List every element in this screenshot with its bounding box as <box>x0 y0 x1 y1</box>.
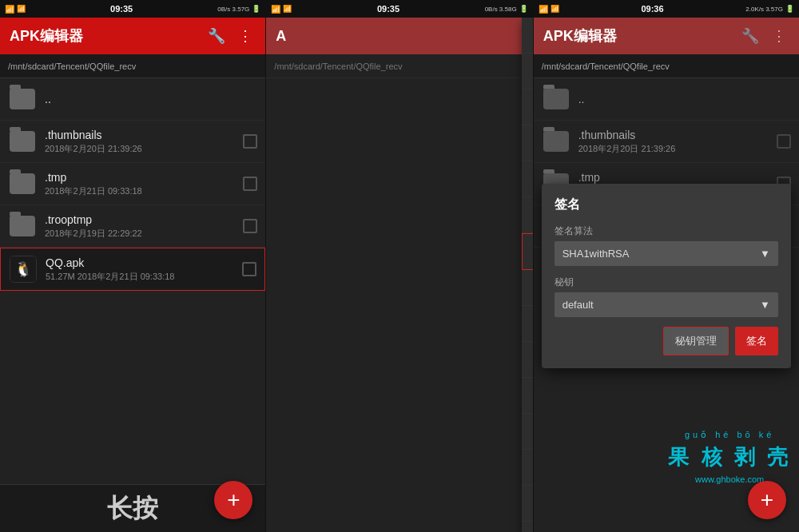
panel-left: 📶 📶 09:35 0B/s 3.57G 🔋 APK编辑器 🔧 ⋮ /mnt/s… <box>0 0 265 532</box>
file-checkbox-qqapk[interactable] <box>242 262 256 276</box>
wrench-icon-right[interactable]: 🔧 <box>738 24 762 48</box>
data-speed-right: 2.0K/s 3.57G <box>745 6 783 13</box>
dialog-actions: 秘钥管理 签名 <box>555 327 778 355</box>
more-icon-left[interactable]: ⋮ <box>235 24 256 48</box>
folder-icon-thumbnails <box>8 127 37 156</box>
fab-right[interactable]: + <box>748 481 786 519</box>
wrench-icon-left[interactable]: 🔧 <box>205 24 229 48</box>
signal-icon-left: 📶 <box>5 5 14 14</box>
file-item-trooptmp[interactable]: .trooptmp 2018年2月19日 22:29:22 <box>0 205 265 248</box>
file-item-qqapk[interactable]: 🐧 QQ.apk 51.27M 2018年2月21日 09:33:18 <box>0 248 265 291</box>
file-item-right-parent[interactable]: .. <box>534 78 799 121</box>
app-title-right: APK编辑器 <box>543 26 732 46</box>
clock-right: 09:36 <box>641 4 663 14</box>
status-right-left: 0B/s 3.57G 🔋 <box>217 5 260 13</box>
dialog-key-select[interactable]: default ▼ <box>555 292 778 317</box>
file-checkbox-trooptmp[interactable] <box>243 219 257 233</box>
menu-move[interactable]: 移动到 <box>522 125 532 161</box>
file-name-thumbnails: .thumbnails <box>45 129 243 141</box>
file-name-right-tmp: .tmp <box>578 171 777 184</box>
status-bar-middle: 📶 📶 09:35 0B/s 3.58G 🔋 <box>266 0 532 18</box>
menu-apk-coexist[interactable]: apk共存 <box>522 342 532 378</box>
data-speed-middle: 0B/s 3.58G <box>485 6 517 13</box>
long-press-text: 长按 <box>107 491 158 526</box>
file-name-qqapk: QQ.apk <box>46 256 242 269</box>
status-right-middle: 0B/s 3.58G 🔋 <box>485 5 528 13</box>
file-meta-right-thumbnails: 2018年2月20日 21:39:26 <box>578 143 777 155</box>
fab-left[interactable]: + <box>214 481 252 519</box>
dialog-title: 签名 <box>555 197 778 213</box>
file-name-parent: .. <box>45 93 257 105</box>
file-list-left[interactable]: .. .thumbnails 2018年2月20日 21:39:26 .tmp … <box>0 78 265 484</box>
key-management-button[interactable]: 秘钥管理 <box>663 327 729 355</box>
battery-left: 🔋 <box>252 5 260 13</box>
menu-extract-to[interactable]: 解压到... <box>522 522 532 532</box>
file-item-thumbnails[interactable]: .thumbnails 2018年2月20日 21:39:26 <box>0 121 265 163</box>
file-item-right-thumbnails[interactable]: .thumbnails 2018年2月20日 21:39:26 <box>534 121 799 163</box>
chevron-down-icon-algorithm: ▼ <box>760 248 770 260</box>
file-item-parent[interactable]: .. <box>0 78 265 121</box>
dialog-algorithm-select[interactable]: SHA1withRSA ▼ <box>555 241 778 266</box>
status-bar-left: 📶 📶 09:35 0B/s 3.57G 🔋 <box>0 0 265 18</box>
toolbar-left: APK编辑器 🔧 ⋮ <box>0 18 265 54</box>
file-item-tmp[interactable]: .tmp 2018年2月21日 09:33:18 <box>0 163 265 205</box>
apk-icon-qq: 🐧 <box>9 255 38 284</box>
toolbar-right: APK编辑器 🔧 ⋮ <box>534 18 799 54</box>
signal-icon-right: 📶 <box>539 5 548 14</box>
watermark-pinyin: guǒ hé bō ké <box>668 430 791 440</box>
more-icon-right[interactable]: ⋮ <box>769 24 789 48</box>
file-meta-trooptmp: 2018年2月19日 22:29:22 <box>45 228 243 240</box>
menu-permissions[interactable]: 权限 <box>522 270 532 306</box>
menu-res-obfuscate[interactable]: res资源混淆 <box>522 378 532 414</box>
menu-install[interactable]: 安装 <box>522 197 532 233</box>
file-meta-tmp: 2018年2月21日 09:33:18 <box>45 185 243 197</box>
menu-rename[interactable]: 重命名 <box>522 89 532 125</box>
sign-dialog: 签名 签名算法 SHA1withRSA ▼ 秘钥 default ▼ 秘钥管理 … <box>542 184 791 368</box>
menu-properties[interactable]: 属性 <box>522 414 532 450</box>
watermark: guǒ hé bō ké 果 核 剥 壳 www.ghboke.com <box>668 430 791 484</box>
menu-sign[interactable]: 签名 <box>522 233 532 270</box>
file-checkbox-thumbnails[interactable] <box>243 134 257 149</box>
dialog-key-value: default <box>562 299 594 311</box>
status-left-middle: 📶 📶 <box>271 5 292 14</box>
folder-icon-right-thumbnails <box>542 127 570 156</box>
signal-icon-right2: 📶 <box>551 5 559 13</box>
chevron-down-icon-key: ▼ <box>760 299 770 311</box>
panel-middle: 📶 📶 09:35 0B/s 3.58G 🔋 A /mnt/sdcard/Ten… <box>266 0 532 532</box>
menu-delete[interactable]: 删除 <box>522 54 532 89</box>
dialog-key-label: 秘钥 <box>555 276 778 289</box>
clock-middle: 09:35 <box>377 4 400 14</box>
watermark-chinese: 果 核 剥 壳 <box>668 443 791 471</box>
signal-icon-middle2: 📶 <box>283 5 292 13</box>
middle-bg: /mnt/sdcard/Tencent/QQfile_recv <box>266 54 532 532</box>
breadcrumb-right: /mnt/sdcard/Tencent/QQfile_recv <box>534 54 799 78</box>
dialog-algorithm-label: 签名算法 <box>555 224 778 238</box>
file-name-trooptmp: .trooptmp <box>45 213 243 226</box>
panel-right: 📶 📶 09:36 2.0K/s 3.57G 🔋 APK编辑器 🔧 ⋮ /mnt… <box>534 0 799 532</box>
menu-zip-align[interactable]: zip字节对齐 <box>522 306 532 342</box>
context-menu: 压缩 删除 重命名 移动到 复制到 安装 签名 权限 zip字节对齐 apk共存… <box>522 18 532 532</box>
file-checkbox-tmp[interactable] <box>243 177 257 191</box>
status-left-right: 📶 📶 <box>539 5 559 14</box>
file-meta-qqapk: 51.27M 2018年2月21日 09:33:18 <box>46 271 242 283</box>
app-title-middle: A <box>276 28 523 45</box>
folder-icon-right-parent <box>542 85 570 113</box>
breadcrumb-left: /mnt/sdcard/Tencent/QQfile_recv <box>0 54 265 78</box>
menu-compress[interactable]: 压缩 <box>522 18 532 54</box>
status-right-right: 2.0K/s 3.57G 🔋 <box>745 5 794 13</box>
clock-left: 09:35 <box>110 4 133 14</box>
sign-button[interactable]: 签名 <box>735 327 778 355</box>
file-checkbox-right-thumbnails[interactable] <box>777 134 791 149</box>
status-left-left: 📶 📶 <box>5 5 26 14</box>
file-name-tmp: .tmp <box>45 171 243 184</box>
file-meta-thumbnails: 2018年2月20日 21:39:26 <box>45 143 243 155</box>
signal-icon-left2: 📶 <box>17 5 26 13</box>
toolbar-middle: A <box>266 18 532 54</box>
menu-copy[interactable]: 复制到 <box>522 161 532 197</box>
file-name-right-thumbnails: .thumbnails <box>578 129 777 141</box>
menu-decompile-dex[interactable]: 反编译Dex <box>522 450 532 486</box>
battery-middle: 🔋 <box>519 5 528 13</box>
folder-icon-trooptmp <box>8 212 37 240</box>
menu-extract-here[interactable]: 解压到当前路径 <box>522 486 532 522</box>
signal-icon-middle: 📶 <box>271 5 280 14</box>
